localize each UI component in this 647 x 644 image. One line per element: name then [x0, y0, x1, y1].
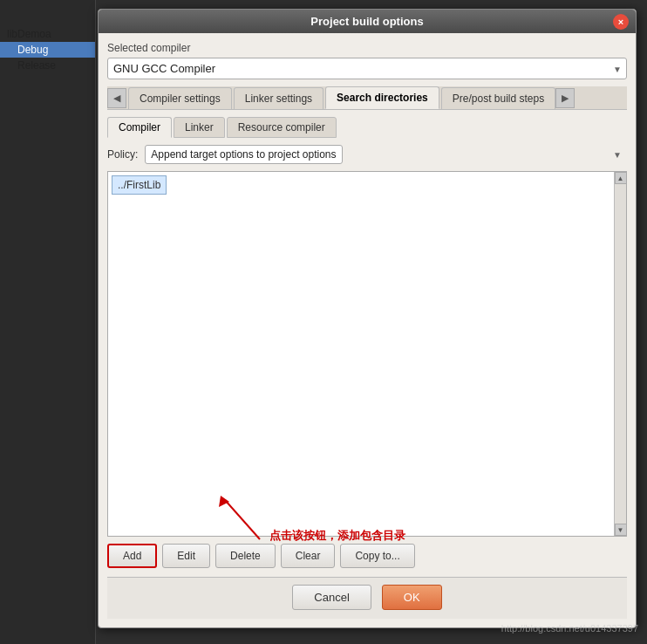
tab-linker-settings[interactable]: Linker settings	[234, 87, 324, 109]
policy-select-arrow-icon: ▼	[613, 150, 622, 160]
add-button[interactable]: Add	[107, 544, 157, 568]
directory-entry[interactable]: ../FirstLib	[112, 175, 167, 195]
policy-label: Policy:	[107, 148, 138, 161]
sidebar-item-libDemoa[interactable]: libDemoa	[0, 26, 95, 42]
tab-pre-post-build[interactable]: Pre/post build steps	[441, 87, 555, 109]
compiler-select[interactable]: GNU GCC Compiler	[107, 58, 627, 79]
scrollbar-down-button[interactable]: ▼	[615, 524, 627, 536]
policy-select[interactable]: Append target options to project options	[145, 145, 343, 164]
delete-button[interactable]: Delete	[215, 544, 276, 568]
inner-tabs: Compiler Linker Resource compiler	[107, 117, 627, 138]
policy-row: Policy: Append target options to project…	[107, 145, 627, 164]
scrollbar-up-button[interactable]: ▲	[615, 172, 627, 184]
list-scrollbar[interactable]: ▲ ▼	[614, 172, 626, 536]
copy-to-button[interactable]: Copy to...	[340, 544, 414, 568]
main-panel: Selected compiler GNU GCC Compiler ▼ ◀ C…	[99, 33, 636, 627]
inner-tab-compiler[interactable]: Compiler	[107, 117, 172, 138]
tab-scroll-right-button[interactable]: ▶	[555, 88, 575, 108]
chevron-right-icon: ▶	[562, 92, 569, 103]
dialog-titlebar: Project build options ×	[99, 10, 636, 33]
tab-scroll-left-button[interactable]: ◀	[107, 88, 126, 108]
action-area: Add Edit Delete Clear Copy to...	[107, 544, 627, 577]
action-buttons: Add Edit Delete Clear Copy to...	[107, 544, 627, 568]
compiler-label: Selected compiler	[107, 42, 627, 54]
close-button[interactable]: ×	[613, 14, 629, 30]
sidebar-item-debug[interactable]: Debug	[0, 42, 95, 58]
chevron-left-icon: ◀	[113, 92, 120, 103]
tab-search-directories[interactable]: Search directories	[325, 86, 439, 109]
project-build-options-dialog: Project build options × Selected compile…	[98, 9, 637, 628]
bottom-buttons: Cancel OK	[107, 577, 627, 619]
ok-button[interactable]: OK	[382, 585, 442, 610]
clear-button[interactable]: Clear	[281, 544, 336, 568]
edit-button[interactable]: Edit	[162, 544, 210, 568]
directory-list[interactable]: ../FirstLib ▲ ▼	[107, 171, 627, 537]
inner-tab-linker[interactable]: Linker	[174, 117, 225, 138]
watermark: http://blog.csdn.net/u014337397	[501, 623, 638, 634]
tabs-container: ◀ Compiler settings Linker settings Sear…	[107, 86, 627, 110]
cancel-button[interactable]: Cancel	[292, 585, 371, 610]
compiler-section: Selected compiler GNU GCC Compiler ▼	[107, 42, 627, 79]
tab-compiler-settings[interactable]: Compiler settings	[128, 87, 232, 109]
inner-tab-resource-compiler[interactable]: Resource compiler	[227, 117, 337, 138]
sidebar-item-release[interactable]: Release	[0, 58, 95, 73]
dialog-title: Project build options	[310, 15, 423, 28]
